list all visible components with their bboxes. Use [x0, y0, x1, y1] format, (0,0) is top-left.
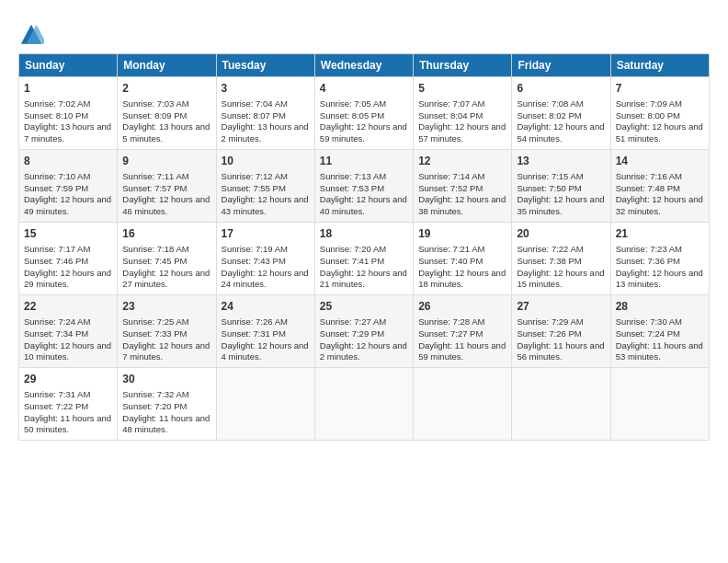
day-info: Sunrise: 7:28 AMSunset: 7:27 PMDaylight:… — [418, 316, 506, 363]
day-number: 28 — [616, 299, 704, 315]
logo-icon — [18, 22, 44, 48]
calendar-cell: 26Sunrise: 7:28 AMSunset: 7:27 PMDayligh… — [414, 295, 512, 368]
calendar-week-2: 8Sunrise: 7:10 AMSunset: 7:59 PMDaylight… — [19, 150, 710, 223]
calendar-header-row: SundayMondayTuesdayWednesdayThursdayFrid… — [19, 54, 710, 77]
calendar-cell: 18Sunrise: 7:20 AMSunset: 7:41 PMDayligh… — [314, 223, 413, 295]
day-info: Sunrise: 7:24 AMSunset: 7:34 PMDaylight:… — [24, 316, 112, 363]
calendar-header-friday: Friday — [512, 54, 610, 77]
day-info: Sunrise: 7:15 AMSunset: 7:50 PMDaylight:… — [517, 171, 605, 218]
day-number: 10 — [222, 154, 310, 169]
calendar-cell: 3Sunrise: 7:04 AMSunset: 8:07 PMDaylight… — [216, 77, 314, 150]
day-info: Sunrise: 7:14 AMSunset: 7:52 PMDaylight:… — [418, 171, 506, 218]
calendar-cell: 11Sunrise: 7:13 AMSunset: 7:53 PMDayligh… — [314, 150, 413, 223]
day-info: Sunrise: 7:23 AMSunset: 7:36 PMDaylight:… — [616, 244, 704, 291]
calendar-header-monday: Monday — [118, 54, 216, 77]
calendar-week-4: 22Sunrise: 7:24 AMSunset: 7:34 PMDayligh… — [19, 295, 710, 368]
calendar-cell: 10Sunrise: 7:12 AMSunset: 7:55 PMDayligh… — [216, 150, 314, 223]
day-info: Sunrise: 7:10 AMSunset: 7:59 PMDaylight:… — [24, 171, 112, 218]
calendar-cell: 29Sunrise: 7:31 AMSunset: 7:22 PMDayligh… — [19, 368, 118, 441]
calendar-cell: 16Sunrise: 7:18 AMSunset: 7:45 PMDayligh… — [118, 223, 216, 295]
day-info: Sunrise: 7:09 AMSunset: 8:00 PMDaylight:… — [616, 98, 704, 145]
calendar-cell: 23Sunrise: 7:25 AMSunset: 7:33 PMDayligh… — [118, 295, 216, 368]
calendar-cell: 28Sunrise: 7:30 AMSunset: 7:24 PMDayligh… — [610, 295, 709, 368]
calendar-week-3: 15Sunrise: 7:17 AMSunset: 7:46 PMDayligh… — [19, 223, 710, 295]
day-info: Sunrise: 7:18 AMSunset: 7:45 PMDaylight:… — [122, 244, 210, 291]
day-number: 19 — [418, 226, 506, 242]
calendar-week-5: 29Sunrise: 7:31 AMSunset: 7:22 PMDayligh… — [19, 368, 710, 441]
calendar-cell: 8Sunrise: 7:10 AMSunset: 7:59 PMDaylight… — [19, 150, 118, 223]
calendar-cell: 24Sunrise: 7:26 AMSunset: 7:31 PMDayligh… — [216, 295, 314, 368]
day-number: 7 — [616, 81, 704, 97]
day-number: 17 — [222, 226, 310, 242]
day-number: 5 — [418, 81, 506, 97]
day-info: Sunrise: 7:13 AMSunset: 7:53 PMDaylight:… — [320, 171, 408, 218]
calendar-cell — [216, 368, 314, 441]
day-info: Sunrise: 7:12 AMSunset: 7:55 PMDaylight:… — [222, 171, 310, 218]
calendar-cell: 5Sunrise: 7:07 AMSunset: 8:04 PMDaylight… — [414, 77, 512, 150]
day-number: 14 — [616, 154, 704, 169]
day-number: 18 — [320, 226, 408, 242]
day-number: 1 — [24, 81, 112, 97]
day-number: 22 — [24, 299, 112, 315]
day-number: 29 — [24, 372, 112, 387]
calendar-cell — [610, 368, 709, 441]
day-info: Sunrise: 7:05 AMSunset: 8:05 PMDaylight:… — [320, 98, 408, 145]
day-number: 26 — [418, 299, 506, 315]
calendar-header-wednesday: Wednesday — [314, 54, 413, 77]
calendar-cell: 9Sunrise: 7:11 AMSunset: 7:57 PMDaylight… — [118, 150, 216, 223]
calendar-cell: 2Sunrise: 7:03 AMSunset: 8:09 PMDaylight… — [118, 77, 216, 150]
day-info: Sunrise: 7:25 AMSunset: 7:33 PMDaylight:… — [122, 316, 210, 363]
calendar-cell: 17Sunrise: 7:19 AMSunset: 7:43 PMDayligh… — [216, 223, 314, 295]
calendar-cell: 6Sunrise: 7:08 AMSunset: 8:02 PMDaylight… — [512, 77, 610, 150]
calendar-cell: 21Sunrise: 7:23 AMSunset: 7:36 PMDayligh… — [610, 223, 709, 295]
calendar-cell: 19Sunrise: 7:21 AMSunset: 7:40 PMDayligh… — [414, 223, 512, 295]
day-number: 6 — [517, 81, 605, 97]
page: SundayMondayTuesdayWednesdayThursdayFrid… — [0, 0, 728, 563]
day-info: Sunrise: 7:16 AMSunset: 7:48 PMDaylight:… — [616, 171, 704, 218]
day-info: Sunrise: 7:08 AMSunset: 8:02 PMDaylight:… — [517, 98, 605, 145]
day-number: 11 — [320, 154, 408, 169]
day-number: 21 — [616, 226, 704, 242]
calendar-cell: 20Sunrise: 7:22 AMSunset: 7:38 PMDayligh… — [512, 223, 610, 295]
calendar-week-1: 1Sunrise: 7:02 AMSunset: 8:10 PMDaylight… — [19, 77, 710, 150]
day-number: 16 — [122, 226, 210, 242]
day-number: 30 — [122, 372, 210, 387]
day-number: 3 — [222, 81, 310, 97]
calendar-cell — [314, 368, 413, 441]
day-info: Sunrise: 7:04 AMSunset: 8:07 PMDaylight:… — [222, 98, 310, 145]
calendar-cell — [414, 368, 512, 441]
day-number: 8 — [24, 154, 112, 169]
day-number: 15 — [24, 226, 112, 242]
day-info: Sunrise: 7:31 AMSunset: 7:22 PMDaylight:… — [24, 389, 112, 436]
calendar-cell: 13Sunrise: 7:15 AMSunset: 7:50 PMDayligh… — [512, 150, 610, 223]
day-number: 23 — [122, 299, 210, 315]
day-number: 2 — [122, 81, 210, 97]
day-info: Sunrise: 7:29 AMSunset: 7:26 PMDaylight:… — [517, 316, 605, 363]
calendar-header-sunday: Sunday — [19, 54, 118, 77]
day-info: Sunrise: 7:02 AMSunset: 8:10 PMDaylight:… — [24, 98, 112, 145]
day-info: Sunrise: 7:32 AMSunset: 7:20 PMDaylight:… — [122, 389, 210, 436]
calendar-cell: 12Sunrise: 7:14 AMSunset: 7:52 PMDayligh… — [414, 150, 512, 223]
day-number: 12 — [418, 154, 506, 169]
day-info: Sunrise: 7:22 AMSunset: 7:38 PMDaylight:… — [517, 244, 605, 291]
calendar-cell: 7Sunrise: 7:09 AMSunset: 8:00 PMDaylight… — [610, 77, 709, 150]
day-number: 24 — [222, 299, 310, 315]
calendar-cell: 30Sunrise: 7:32 AMSunset: 7:20 PMDayligh… — [118, 368, 216, 441]
day-info: Sunrise: 7:03 AMSunset: 8:09 PMDaylight:… — [122, 98, 210, 145]
day-info: Sunrise: 7:27 AMSunset: 7:29 PMDaylight:… — [320, 316, 408, 363]
day-info: Sunrise: 7:07 AMSunset: 8:04 PMDaylight:… — [418, 98, 506, 145]
calendar-cell: 14Sunrise: 7:16 AMSunset: 7:48 PMDayligh… — [610, 150, 709, 223]
day-number: 27 — [517, 299, 605, 315]
header — [18, 17, 710, 48]
calendar-cell: 25Sunrise: 7:27 AMSunset: 7:29 PMDayligh… — [314, 295, 413, 368]
logo — [18, 22, 48, 48]
calendar-header-thursday: Thursday — [414, 54, 512, 77]
calendar-header-tuesday: Tuesday — [216, 54, 314, 77]
calendar-cell: 1Sunrise: 7:02 AMSunset: 8:10 PMDaylight… — [19, 77, 118, 150]
day-number: 20 — [517, 226, 605, 242]
day-number: 9 — [122, 154, 210, 169]
day-info: Sunrise: 7:21 AMSunset: 7:40 PMDaylight:… — [418, 244, 506, 291]
day-number: 25 — [320, 299, 408, 315]
day-info: Sunrise: 7:20 AMSunset: 7:41 PMDaylight:… — [320, 244, 408, 291]
calendar-cell — [512, 368, 610, 441]
